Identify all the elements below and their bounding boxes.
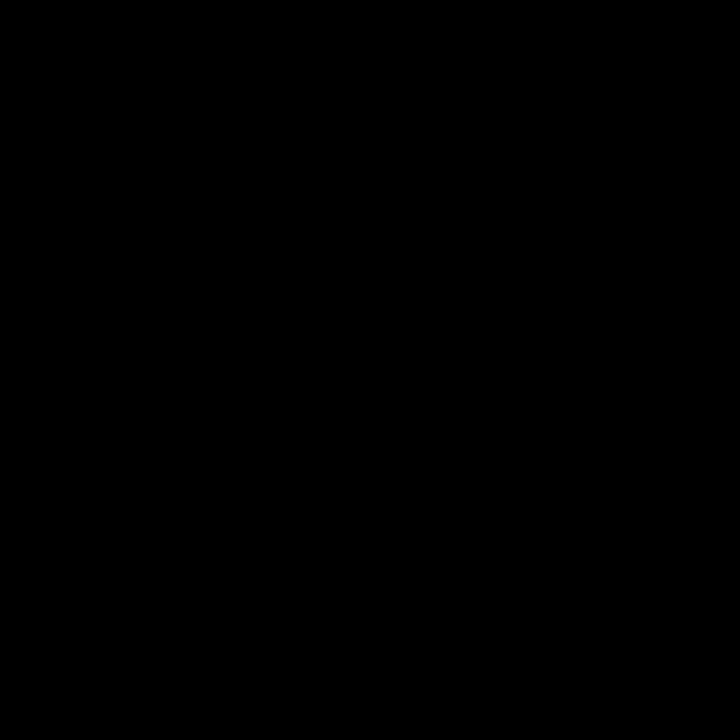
chart-frame bbox=[0, 0, 728, 728]
selection-marker bbox=[0, 0, 5, 5]
heatmap-canvas bbox=[23, 32, 705, 714]
